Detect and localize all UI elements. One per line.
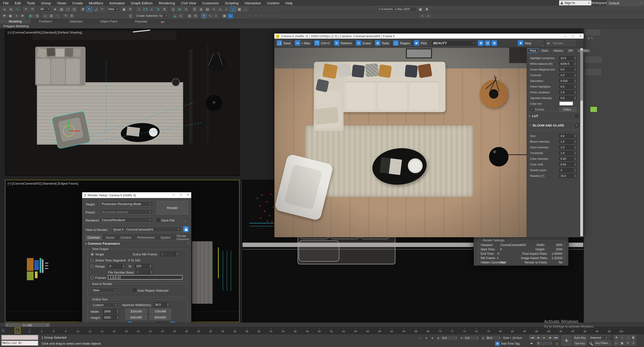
spacing-tool-icon[interactable]: ▥ (49, 13, 54, 18)
post-value-field[interactable]: 0.0 (559, 96, 573, 100)
post-value-field[interactable]: 2.0 (559, 73, 573, 77)
menu-interactive[interactable]: Interactive (242, 1, 264, 5)
preset-800x600-button[interactable]: 800x600 (150, 315, 171, 320)
material-editor-icon[interactable]: ◐ (224, 6, 230, 12)
vfb-tab-post[interactable]: Post (528, 48, 538, 53)
pan-icon[interactable]: ▦ (620, 341, 624, 346)
setup-tab-scene[interactable]: Scene (103, 235, 117, 240)
menu-help[interactable]: Help (282, 1, 296, 5)
ribbon-toggle-icon[interactable]: ▤ (204, 6, 210, 12)
bloom-checkbox[interactable]: ✓ (575, 124, 578, 127)
post-value-field[interactable]: 10.0 (559, 56, 573, 60)
vfb-tools-button[interactable]: ⚙Tools (374, 39, 391, 47)
mirror-tool-icon[interactable]: ◭ (172, 13, 178, 18)
maximize-icon[interactable]: ▢ (180, 193, 182, 196)
close-icon[interactable]: ✕ (187, 193, 189, 196)
ribbon-overflow-icon[interactable]: ◉▾ (161, 21, 164, 24)
post-value-field[interactable]: 0.0 (559, 84, 573, 88)
use-pivot-center-icon[interactable]: ◉ (121, 6, 127, 12)
spinner[interactable] (574, 90, 576, 94)
panel-button[interactable] (586, 30, 600, 35)
select-by-name-icon[interactable]: ▤ (59, 6, 64, 12)
ghost-plus-icon[interactable]: ✚ (253, 13, 258, 18)
vfb-zoom-in-button[interactable]: ⊕ (478, 40, 484, 46)
save-download-icon[interactable]: ⇓ (213, 13, 219, 18)
maxscript-listener-line[interactable]: MAXScript Mi (1, 341, 38, 346)
viewport-coronacamera004[interactable]: [+] [CoronaCamera004] [Standard] [Defaul… (5, 29, 240, 176)
menu-animation[interactable]: Animation (106, 1, 128, 5)
bloom-value-field[interactable]: 1.0 (559, 151, 573, 155)
spinner[interactable] (574, 174, 576, 178)
undo-icon[interactable]: ↶ (23, 6, 29, 12)
rendered-frame-window-icon[interactable]: ▦ (236, 6, 242, 12)
vfb-copy-button[interactable]: ❐Ctrl+C (313, 39, 332, 47)
go-end-button[interactable]: ▶▶| (554, 335, 559, 340)
panel-button[interactable] (585, 57, 602, 63)
sign-in-button[interactable]: Sign In▼ (559, 0, 591, 5)
vfb-zoom-out-button[interactable]: ⊖ (485, 40, 490, 46)
snaps-tool-icon[interactable]: ▣ (8, 13, 13, 18)
maximize-icon[interactable]: ▢ (572, 34, 574, 38)
project-folder-field[interactable]: C:\Users\H...s Max 2020 (377, 7, 416, 12)
vfb-channel-dropdown[interactable]: BEAUTY▼ (431, 40, 477, 46)
set-key-button[interactable]: Set Key (573, 341, 587, 346)
minimize-icon[interactable]: — (172, 193, 175, 196)
preset-320x240-button[interactable]: 320x240 (126, 309, 147, 314)
preset-640x480-button[interactable]: 640x480 (126, 315, 147, 320)
range-radio[interactable] (90, 265, 94, 268)
spinner[interactable] (574, 96, 576, 100)
preset-720x486-button[interactable]: 720x486 (150, 309, 171, 314)
add-project-icon[interactable]: ✚ (424, 6, 430, 12)
vfb-refresh-button[interactable]: ↻Refresh (333, 39, 354, 47)
render-button[interactable]: Render (157, 201, 188, 214)
vfb-region-button[interactable]: ▢Region (392, 39, 412, 47)
spinner[interactable] (574, 151, 576, 155)
select-icon[interactable]: ➤ ✎ (587, 37, 593, 40)
menu-content[interactable]: Content (264, 1, 282, 5)
vfb-save-button[interactable]: ❑Save (276, 39, 293, 47)
zoom-all-icon[interactable]: ⌂ (620, 335, 624, 340)
file-dots-button[interactable]: ... (184, 218, 187, 222)
align-icon[interactable]: ≡ (183, 6, 189, 12)
zoom-extents-icon[interactable]: ◔ (625, 335, 630, 340)
scene-explorer-icon[interactable]: ☰ (192, 6, 198, 12)
select-manipulate-icon[interactable]: ✛ (128, 6, 133, 12)
spinner[interactable] (574, 139, 576, 143)
spinner[interactable] (574, 168, 576, 172)
area-to-render-dropdown[interactable]: View▼ (90, 288, 119, 293)
menu-tools[interactable]: Tools (24, 1, 38, 5)
prev-frame-icon[interactable]: < (7, 324, 8, 326)
setup-tab-render-elements[interactable]: Render Elements (174, 235, 192, 240)
spinner[interactable] (574, 67, 576, 71)
bloom-value-field[interactable]: 15.0 (559, 174, 573, 178)
range-to-spinner[interactable]: 100 (135, 264, 152, 268)
preset-dropdown[interactable]: No preset selected▼ (100, 209, 153, 214)
maximize-viewport-icon[interactable]: ⇗ (631, 341, 636, 346)
play-button[interactable]: ▶ (541, 335, 547, 340)
width-spinner[interactable]: 2000 (103, 309, 119, 314)
every-nth-spinner[interactable]: 1 (160, 252, 179, 256)
folder-icon[interactable]: ▣ (418, 6, 423, 12)
ribbon-tab-modeling[interactable]: Modeling (0, 19, 30, 24)
post-value-field[interactable]: 0.0 (559, 67, 573, 71)
toolbar-scroll-right-icon[interactable]: » (426, 13, 431, 18)
spinner[interactable] (574, 56, 576, 60)
frames-radio[interactable] (90, 276, 94, 279)
post-value-field[interactable]: 6200.0 (559, 62, 573, 66)
color-swatch[interactable] (590, 106, 598, 112)
vfb-pick-button[interactable]: ☛Pick (413, 39, 429, 47)
time-slider[interactable]: <0 / 100> (5, 323, 50, 327)
spinner[interactable] (574, 134, 576, 138)
disabled-render-1-icon[interactable]: ● (259, 13, 265, 18)
percent-snap-icon[interactable]: % (155, 6, 161, 12)
selection-lock-icon[interactable]: 🔒︎ (424, 335, 429, 340)
redo-icon[interactable]: ↷ (30, 6, 35, 12)
viewport-label[interactable]: [+] [CoronaCamera004] [Standard] [Defaul… (8, 31, 82, 34)
disabled-render-3-icon[interactable]: ● (271, 13, 277, 18)
scene-container-icon[interactable]: ≣ (193, 13, 198, 18)
select-rotate-icon[interactable]: ↻ (86, 6, 92, 12)
view-to-render-dropdown[interactable]: Quad 4 - CoronaCamera001▼ (111, 226, 182, 232)
output-size-preset-dropdown[interactable]: Custom▼ (90, 302, 119, 307)
mirror-icon[interactable]: ⋈ (177, 6, 182, 12)
workspace-dropdown[interactable]: Default▼ (607, 0, 644, 6)
